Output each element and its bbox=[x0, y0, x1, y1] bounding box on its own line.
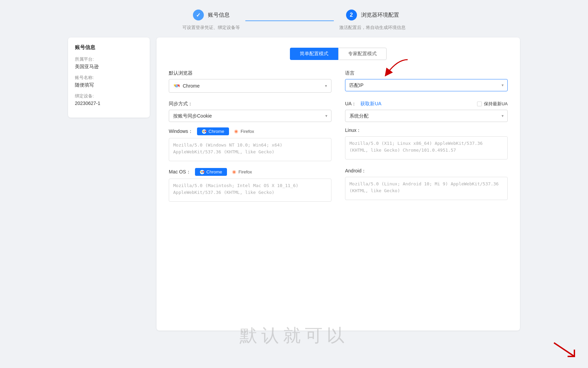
macos-chrome-label: Chrome bbox=[207, 169, 222, 174]
sync-select[interactable]: 按账号同步Cookie bbox=[169, 110, 331, 122]
linux-label: Linux： bbox=[345, 127, 361, 134]
windows-chrome-tab[interactable]: Chrome bbox=[197, 127, 229, 135]
linux-ua-textarea[interactable] bbox=[345, 136, 508, 159]
svg-point-4 bbox=[176, 86, 177, 87]
language-select[interactable]: 匹配IP bbox=[345, 79, 508, 91]
macos-chrome-tab[interactable]: Chrome bbox=[195, 168, 227, 176]
linux-block: Linux： bbox=[345, 127, 508, 161]
linux-header: Linux： bbox=[345, 127, 508, 134]
language-label: 语言 bbox=[345, 70, 508, 76]
sync-field: 同步方式： 按账号同步Cookie ▾ bbox=[169, 101, 331, 122]
macos-chrome-icon bbox=[200, 170, 205, 174]
step1-circle: ✓ bbox=[193, 10, 204, 20]
mode-tabs: 简单配置模式 专家配置模式 bbox=[169, 48, 508, 60]
ua-checkbox-area: 保持最新UA bbox=[477, 101, 508, 107]
device-value: 20230627-1 bbox=[75, 101, 143, 106]
ua-select-wrapper[interactable]: 系统分配 ▾ bbox=[345, 110, 508, 122]
windows-browser-tabs: Chrome Firefox bbox=[197, 127, 259, 135]
android-label: Android： bbox=[345, 168, 366, 174]
step2-circle: 2 bbox=[346, 10, 357, 20]
windows-block: Windows： bbox=[169, 127, 331, 161]
windows-header: Windows： bbox=[169, 127, 331, 135]
ua-link[interactable]: 获取新UA bbox=[360, 101, 381, 107]
main-content: 账号信息 所属平台: 美国亚马逊 账号名称: 随便填写 绑定设备: 202306… bbox=[0, 37, 588, 331]
step1-sublabel: 可设置登录凭证、绑定设备等 bbox=[182, 25, 240, 31]
browser-field: 默认浏览器 bbox=[169, 70, 331, 93]
check-icon: ✓ bbox=[196, 12, 200, 18]
svg-point-18 bbox=[233, 171, 235, 172]
sync-select-wrapper[interactable]: 按账号同步Cookie ▾ bbox=[169, 110, 331, 122]
macos-firefox-icon bbox=[232, 170, 236, 174]
language-field: 语言 匹配IP ▾ bbox=[345, 70, 508, 93]
bottom-arrow-decoration bbox=[551, 339, 578, 361]
platform-label: 所属平台: bbox=[75, 56, 143, 62]
macos-ua-textarea[interactable] bbox=[169, 179, 331, 202]
language-select-wrapper[interactable]: 匹配IP ▾ bbox=[345, 79, 508, 91]
windows-label: Windows： bbox=[169, 128, 193, 135]
ua-checkbox[interactable] bbox=[477, 102, 482, 106]
browser-select[interactable]: Chrome ▾ bbox=[169, 79, 331, 93]
android-block: Android： bbox=[345, 168, 508, 202]
windows-firefox-label: Firefox bbox=[241, 129, 254, 134]
browser-select-wrapper[interactable]: Chrome ▾ bbox=[169, 79, 331, 93]
step-2: 2 浏览器环境配置 激活配置后，将自动生成环境信息 bbox=[339, 10, 406, 31]
step2-title: 浏览器环境配置 bbox=[361, 12, 399, 19]
tab-simple[interactable]: 简单配置模式 bbox=[290, 48, 338, 60]
platform-value: 美国亚马逊 bbox=[75, 64, 143, 70]
macos-browser-tabs: Chrome Firefox bbox=[195, 168, 257, 176]
windows-chrome-icon bbox=[202, 129, 207, 134]
step2-number: 2 bbox=[350, 12, 353, 18]
macos-block: Mac OS： bbox=[169, 168, 331, 202]
browser-dropdown-icon: ▾ bbox=[325, 83, 327, 88]
svg-point-15 bbox=[201, 171, 202, 172]
svg-point-11 bbox=[235, 131, 237, 132]
macos-label: Mac OS： bbox=[169, 169, 191, 175]
browser-label: 默认浏览器 bbox=[169, 70, 331, 76]
step-1: ✓ 账号信息 可设置登录凭证、绑定设备等 bbox=[182, 10, 240, 31]
sidebar: 账号信息 所属平台: 美国亚马逊 账号名称: 随便填写 绑定设备: 202306… bbox=[68, 37, 150, 331]
sync-label: 同步方式： bbox=[169, 101, 331, 107]
windows-ua-textarea[interactable] bbox=[169, 138, 331, 161]
step2-sublabel: 激活配置后，将自动生成环境信息 bbox=[339, 25, 406, 31]
step1-title: 账号信息 bbox=[208, 12, 230, 19]
step-connector bbox=[240, 10, 339, 21]
ua-checkbox-label: 保持最新UA bbox=[484, 101, 508, 107]
ua-select[interactable]: 系统分配 bbox=[345, 110, 508, 122]
sidebar-card: 账号信息 所属平台: 美国亚马逊 账号名称: 随便填写 绑定设备: 202306… bbox=[68, 37, 150, 118]
android-ua-textarea[interactable] bbox=[345, 177, 508, 200]
ua-header: UA： 获取新UA 保持最新UA bbox=[345, 101, 508, 107]
sidebar-title: 账号信息 bbox=[75, 44, 143, 51]
windows-chrome-label: Chrome bbox=[209, 129, 224, 134]
macos-firefox-tab[interactable]: Firefox bbox=[227, 168, 257, 176]
os-grid: Windows： bbox=[169, 127, 508, 202]
browser-value: Chrome bbox=[183, 83, 200, 89]
stepper: ✓ 账号信息 可设置登录凭证、绑定设备等 2 浏览器环境配置 激活配置后，将自 bbox=[0, 0, 588, 37]
tab-expert[interactable]: 专家配置模式 bbox=[338, 48, 387, 60]
ua-field: UA： 获取新UA 保持最新UA 系统分配 ▾ bbox=[345, 101, 508, 122]
form-area: 简单配置模式 专家配置模式 默认浏览器 bbox=[157, 37, 520, 331]
ua-label: UA： bbox=[345, 101, 356, 107]
chrome-logo-icon bbox=[173, 82, 180, 89]
macos-header: Mac OS： bbox=[169, 168, 331, 176]
macos-firefox-label: Firefox bbox=[239, 169, 252, 174]
account-label: 账号名称: bbox=[75, 75, 143, 81]
svg-point-8 bbox=[203, 131, 205, 132]
form-grid-row1: 默认浏览器 bbox=[169, 70, 508, 122]
account-value: 随便填写 bbox=[75, 82, 143, 88]
device-label: 绑定设备: bbox=[75, 93, 143, 99]
windows-firefox-icon bbox=[234, 129, 239, 134]
windows-firefox-tab[interactable]: Firefox bbox=[229, 127, 259, 135]
android-header: Android： bbox=[345, 168, 508, 174]
